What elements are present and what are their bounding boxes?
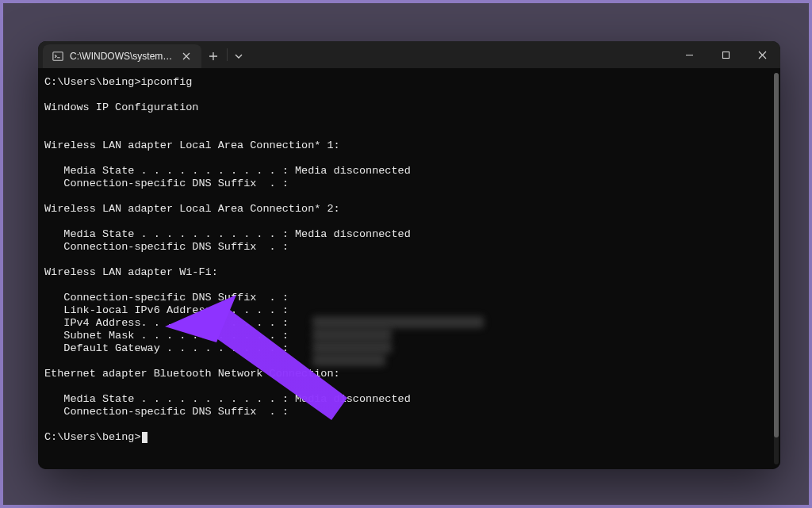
maximize-icon [722, 51, 730, 59]
ipconfig-header: Windows IP Configuration [44, 101, 198, 113]
redacted-ipv6 [312, 316, 484, 328]
terminal-scrollbar[interactable] [774, 73, 779, 464]
output-line: Connection-specific DNS Suffix . : [44, 292, 289, 304]
close-icon [182, 52, 190, 60]
new-tab-button[interactable] [201, 44, 225, 68]
svg-rect-3 [722, 52, 729, 58]
maximize-button[interactable] [707, 41, 744, 68]
output-line: Default Gateway . . . . . . . . . : [44, 342, 295, 354]
terminal-window: C:\WINDOWS\system32\cmd. [38, 41, 780, 469]
tab-cmd[interactable]: C:\WINDOWS\system32\cmd. [43, 44, 201, 68]
output-line: Media State . . . . . . . . . . . : Medi… [44, 228, 411, 240]
chevron-down-icon [235, 52, 243, 60]
redacted-ipv4 [312, 329, 392, 341]
titlebar-drag-region[interactable] [248, 41, 671, 68]
minimize-icon [685, 51, 694, 59]
output-line: Media State . . . . . . . . . . . : Medi… [44, 393, 411, 405]
cmd-icon [52, 51, 63, 62]
plus-icon [209, 52, 218, 61]
output-line: Connection-specific DNS Suffix . : [44, 241, 289, 253]
output-line: Link-local IPv6 Address . . . . . : [44, 304, 295, 316]
window-close-button[interactable] [744, 41, 780, 68]
window-titlebar[interactable]: C:\WINDOWS\system32\cmd. [38, 41, 780, 68]
output-line: IPv4 Address. . . . . . . . . . . : [44, 317, 295, 329]
terminal-output: C:\Users\being>ipconfig Windows IP Confi… [44, 76, 771, 444]
section-title: Wireless LAN adapter Local Area Connecti… [44, 203, 340, 215]
section-title: Ethernet adapter Bluetooth Network Conne… [44, 368, 340, 380]
terminal-body[interactable]: C:\Users\being>ipconfig Windows IP Confi… [38, 68, 780, 469]
prompt-line: C:\Users\being>ipconfig [44, 76, 192, 88]
section-title: Wireless LAN adapter Local Area Connecti… [44, 139, 340, 151]
final-prompt: C:\Users\being> [44, 431, 141, 443]
page-background: C:\WINDOWS\system32\cmd. [0, 0, 812, 508]
tab-close-button[interactable] [179, 49, 193, 63]
tab-dropdown-button[interactable] [229, 44, 248, 68]
output-line: Media State . . . . . . . . . . . : Medi… [44, 165, 411, 177]
close-icon [758, 51, 767, 59]
tab-title: C:\WINDOWS\system32\cmd. [70, 51, 173, 62]
redacted-subnet [312, 342, 392, 353]
output-line: Connection-specific DNS Suffix . : [44, 178, 289, 189]
scrollbar-thumb[interactable] [774, 73, 779, 437]
window-controls [671, 41, 780, 68]
cursor [142, 432, 147, 443]
minimize-button[interactable] [671, 41, 707, 68]
redacted-gateway [312, 354, 385, 366]
output-line: Subnet Mask . . . . . . . . . . . : [44, 330, 295, 342]
output-line: Connection-specific DNS Suffix . : [44, 406, 289, 418]
svg-rect-0 [53, 52, 63, 61]
section-title: Wireless LAN adapter Wi-Fi: [44, 266, 218, 278]
